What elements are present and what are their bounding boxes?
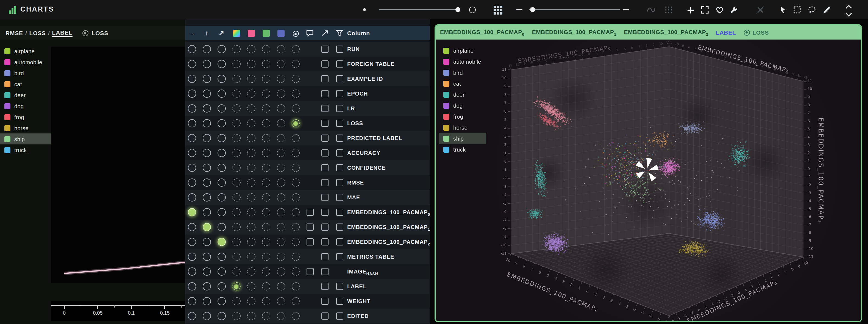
channel-radio-col4[interactable] [232, 193, 240, 201]
channel-radio-col4[interactable] [232, 45, 240, 53]
channel-radio-col6[interactable] [262, 60, 270, 68]
channel-radio-col4[interactable] [232, 75, 240, 83]
column-checkbox-col11[interactable] [336, 75, 343, 83]
lasso-select-icon[interactable] [807, 5, 817, 15]
axis-radio-col2[interactable] [203, 179, 211, 187]
channel-radio-col5[interactable] [247, 75, 255, 83]
axis-radio-col3[interactable] [217, 297, 225, 305]
axis-radio-col2[interactable] [203, 104, 211, 112]
colormap-icon[interactable] [232, 29, 240, 36]
axis-radio-col2[interactable] [203, 238, 211, 246]
channel-radio-col8[interactable] [291, 238, 300, 246]
column-checkbox-col10[interactable] [321, 224, 328, 231]
axis-radio-col2[interactable] [203, 282, 211, 291]
channel-radio-col7[interactable] [277, 238, 285, 246]
channel-radio-col4[interactable] [232, 149, 240, 157]
cursor-icon[interactable] [778, 5, 788, 15]
channel-radio-col5[interactable] [247, 90, 255, 98]
zoom-slider[interactable] [529, 7, 620, 12]
axis-radio-col3[interactable] [217, 282, 225, 291]
axis-radio-col3[interactable] [217, 134, 225, 142]
channel-radio-col7[interactable] [277, 119, 285, 127]
column-checkbox-col9[interactable] [306, 268, 313, 275]
legend-item-ship[interactable]: ship [0, 133, 51, 144]
channel-radio-col6[interactable] [262, 75, 270, 83]
column-checkbox-col10[interactable] [321, 45, 328, 53]
axis-radio-col1[interactable] [188, 134, 196, 142]
axis-radio-col3[interactable] [217, 45, 225, 53]
pen-icon[interactable] [822, 5, 832, 15]
slider-knob[interactable] [456, 7, 460, 12]
channel-radio-col7[interactable] [277, 45, 285, 53]
channel-radio-col6[interactable] [262, 149, 270, 157]
axis-radio-col3[interactable] [217, 164, 225, 172]
column-checkbox-col10[interactable] [321, 120, 328, 127]
channel-radio-col6[interactable] [262, 193, 270, 201]
legend-item-horse[interactable]: horse [0, 123, 51, 133]
axis-radio-col2[interactable] [203, 164, 211, 172]
metric-tab-label[interactable]: LABEL [52, 29, 72, 37]
column-checkbox-col10[interactable] [321, 194, 328, 201]
channel-radio-col6[interactable] [262, 312, 270, 320]
axis-radio-col3[interactable] [217, 253, 225, 261]
axis-radio-col1[interactable] [188, 60, 196, 68]
channel-radio-col5[interactable] [247, 208, 255, 216]
marquee-select-icon[interactable] [792, 5, 802, 15]
column-checkbox-col10[interactable] [321, 149, 328, 157]
channel-radio-col8[interactable] [291, 253, 300, 261]
column-checkbox-col10[interactable] [321, 164, 328, 171]
metric-tab-loss[interactable]: LOSS [29, 30, 46, 36]
column-checkbox-col10[interactable] [321, 253, 328, 260]
channel-radio-col4[interactable] [232, 104, 240, 112]
column-checkbox-col11[interactable] [336, 179, 343, 186]
column-checkbox-col10[interactable] [321, 283, 328, 290]
column-checkbox-col11[interactable] [336, 60, 343, 68]
wrench-icon[interactable] [729, 5, 739, 15]
metric-tab-rmse[interactable]: RMSE [5, 30, 23, 36]
channel-radio-col7[interactable] [277, 193, 285, 201]
channel-radio-col4[interactable] [232, 134, 240, 142]
axis-radio-col1[interactable] [188, 193, 196, 201]
column-checkbox-col11[interactable] [336, 194, 343, 201]
channel-radio-col5[interactable] [247, 253, 255, 261]
tooltip-column-icon[interactable] [306, 29, 314, 37]
point-size-slider[interactable] [379, 7, 460, 12]
z-axis-column-icon[interactable]: ↗ [217, 26, 226, 40]
axis-radio-col2[interactable] [203, 297, 211, 305]
column-checkbox-col11[interactable] [336, 45, 343, 53]
axis-radio-col3[interactable] [217, 60, 225, 68]
channel-radio-col5[interactable] [247, 193, 255, 201]
channel-radio-col6[interactable] [262, 45, 270, 53]
loss-mini-chart[interactable] [51, 47, 185, 283]
channel-radio-col8[interactable] [291, 134, 300, 142]
channel-radio-col7[interactable] [277, 208, 285, 216]
channel-radio-col8[interactable] [291, 119, 300, 127]
axis-radio-col2[interactable] [203, 119, 211, 127]
axis-radio-col3[interactable] [217, 208, 225, 216]
channel-radio-col7[interactable] [277, 253, 285, 261]
channel-radio-col8[interactable] [291, 164, 300, 172]
channel-radio-col4[interactable] [232, 297, 240, 305]
axis-radio-col1[interactable] [188, 267, 196, 276]
channel-radio-col7[interactable] [277, 134, 285, 142]
channel-radio-col7[interactable] [277, 90, 285, 98]
axis-radio-col3[interactable] [217, 223, 225, 231]
channel-radio-col6[interactable] [262, 238, 270, 246]
channel-radio-col5[interactable] [247, 238, 255, 246]
channel-radio-col7[interactable] [277, 149, 285, 157]
plot-legend-item-truck[interactable]: truck [439, 144, 486, 155]
axis-radio-col1[interactable] [188, 238, 196, 246]
plot-header-label[interactable]: LABEL [716, 29, 736, 36]
legend-item-bird[interactable]: bird [0, 68, 51, 78]
axis-radio-col3[interactable] [217, 238, 225, 246]
channel-radio-col8[interactable] [291, 104, 300, 112]
axis-radio-col2[interactable] [203, 149, 211, 157]
channel-radio-col5[interactable] [247, 164, 255, 172]
channel-radio-col6[interactable] [262, 179, 270, 187]
plot-legend-item-dog[interactable]: dog [439, 100, 486, 111]
axis-radio-col1[interactable] [188, 45, 196, 53]
channel-radio-col7[interactable] [277, 60, 285, 68]
channel-radio-col5[interactable] [247, 282, 255, 291]
column-checkbox-col11[interactable] [336, 134, 343, 142]
minus-icon[interactable] [623, 9, 629, 10]
